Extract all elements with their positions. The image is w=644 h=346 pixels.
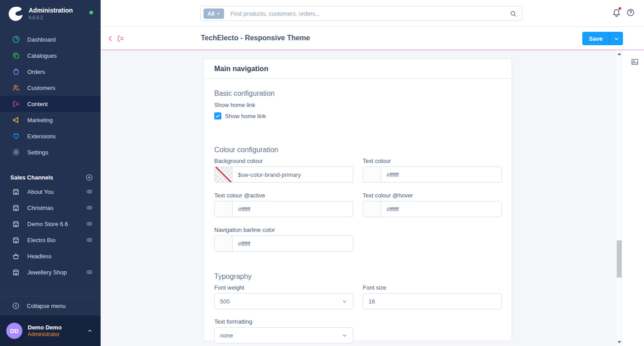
eye-icon[interactable]	[86, 269, 93, 276]
vertical-scrollbar[interactable]	[616, 50, 622, 346]
card-body: Basic configuration Show home link Show …	[204, 90, 512, 343]
chevron-down-icon	[342, 299, 347, 304]
sales-channel-demo-store[interactable]: Demo Store 6.6	[0, 216, 101, 232]
show-home-link-checkbox-label: Show home link	[225, 113, 266, 120]
media-sidebar-rail	[622, 50, 644, 346]
back-button[interactable]	[106, 34, 114, 43]
scrollbar-down-arrow[interactable]	[618, 341, 621, 343]
section-title-colour: Colour configuration	[214, 146, 502, 154]
sales-channel-christmas[interactable]: Christmas	[0, 200, 101, 216]
scrollbar-up-arrow[interactable]	[618, 53, 621, 55]
sales-channel-headless[interactable]: Headless	[0, 248, 101, 264]
top-header: All	[101, 0, 644, 27]
sales-channel-label: Christmas	[27, 205, 86, 211]
marketing-icon	[12, 116, 20, 124]
add-sales-channel-icon[interactable]	[85, 174, 93, 181]
search-icon[interactable]	[509, 10, 517, 17]
help-icon[interactable]	[626, 8, 635, 17]
scrollbar-thumb[interactable]	[617, 240, 622, 278]
show-home-link-checkbox[interactable]	[214, 112, 221, 120]
font-size-field-group: Font size	[363, 284, 502, 309]
font-weight-select[interactable]: 500	[214, 293, 353, 309]
card-title: Main navigation	[214, 65, 268, 73]
smartbar: TechElecto - Responsive Theme Save	[101, 27, 644, 50]
sales-channel-label: Electro Bio	[27, 237, 86, 243]
sales-channel-about-you[interactable]: About You	[0, 184, 101, 200]
collapse-menu-button[interactable]: Collapse menu	[0, 296, 101, 316]
sidebar-item-dashboard[interactable]: Dashboard	[0, 31, 101, 47]
sidebar-item-orders[interactable]: Orders	[0, 64, 101, 80]
text-formatting-select[interactable]: none	[214, 327, 353, 343]
font-size-input[interactable]	[363, 293, 502, 309]
navigation-barline-field-group: Navigation barline color	[214, 226, 353, 252]
colorpicker-swatch[interactable]	[363, 201, 381, 217]
sidebar: Administration 6.6.0.2 Dashboard Catalog…	[0, 0, 101, 346]
sales-channel-jewellery-shop[interactable]: Jewellery Shop	[0, 264, 101, 280]
sidebar-item-label: Dashboard	[27, 36, 56, 43]
media-image-icon[interactable]	[631, 58, 639, 66]
content-area: Main navigation Basic configuration Show…	[101, 50, 616, 346]
storefront-icon	[12, 188, 20, 196]
font-size-label: Font size	[363, 284, 502, 291]
sidebar-item-content[interactable]: Content	[0, 96, 101, 112]
user-role: Administrator	[28, 331, 87, 338]
sales-channel-label: Headless	[27, 253, 93, 260]
orders-icon	[12, 68, 20, 76]
sales-channel-label: Jewellery Shop	[27, 269, 86, 276]
show-home-link-row: Show home link	[214, 112, 502, 120]
colorpicker-swatch[interactable]	[215, 167, 233, 182]
sales-channels-list: About You Christmas Demo Store 6.6 Elect…	[0, 184, 101, 280]
storefront-icon	[12, 269, 20, 276]
user-menu[interactable]: DD Demo Demo Administrator	[0, 316, 101, 346]
font-weight-label: Font weight	[214, 284, 353, 291]
eye-icon[interactable]	[86, 236, 93, 243]
show-home-link-label: Show home link	[214, 102, 502, 108]
text-colour-hover-input[interactable]	[381, 201, 501, 217]
sidebar-item-extensions[interactable]: Extensions	[0, 128, 101, 144]
eye-icon[interactable]	[86, 188, 93, 195]
sidebar-item-marketing[interactable]: Marketing	[0, 112, 101, 128]
text-colour-hover-field-group: Text colour @hover	[363, 192, 502, 217]
sidebar-item-settings[interactable]: Settings	[0, 144, 101, 160]
collapse-menu-label: Collapse menu	[27, 303, 66, 309]
sidebar-item-label: Marketing	[27, 117, 53, 124]
sales-channel-electro-bio[interactable]: Electro Bio	[0, 232, 101, 248]
main-navigation: Dashboard Catalogues Orders Customers Co…	[0, 31, 101, 160]
save-options-chevron[interactable]	[609, 32, 623, 45]
search-input[interactable]	[230, 6, 499, 21]
eye-icon[interactable]	[86, 204, 93, 211]
text-colour-active-field-group: Text colour @active	[214, 192, 353, 217]
sidebar-item-catalogues[interactable]: Catalogues	[0, 47, 101, 64]
font-weight-value: 500	[220, 298, 342, 305]
sidebar-item-customers[interactable]: Customers	[0, 80, 101, 96]
colorpicker-swatch[interactable]	[215, 201, 233, 217]
colorpicker-swatch[interactable]	[215, 236, 233, 251]
sidebar-item-label: Extensions	[27, 133, 56, 140]
storefront-icon	[12, 220, 20, 228]
text-formatting-label: Text formatting	[214, 318, 353, 325]
section-title-basic: Basic configuration	[214, 90, 502, 98]
sidebar-header: Administration 6.6.0.2	[0, 0, 101, 29]
text-colour-input[interactable]	[381, 167, 501, 182]
chevron-up-icon	[87, 328, 93, 334]
text-colour-active-input[interactable]	[233, 201, 353, 217]
background-colour-input[interactable]	[233, 167, 353, 182]
text-colour-field-group: Text colour	[363, 158, 502, 183]
search-filter-dropdown[interactable]: All	[203, 9, 224, 19]
text-colour-active-label: Text colour @active	[214, 192, 353, 199]
app-version: 6.6.0.2	[29, 15, 73, 20]
text-colour-active-field	[214, 201, 353, 217]
colorpicker-swatch[interactable]	[363, 167, 381, 182]
user-name: Demo Demo	[28, 324, 87, 331]
basket-icon	[12, 252, 20, 260]
section-title-typography: Typography	[214, 273, 502, 281]
navigation-barline-input[interactable]	[233, 236, 353, 251]
avatar: DD	[6, 323, 22, 339]
shopware-logo-icon	[7, 5, 24, 22]
typography-row-2: Text formatting none	[214, 318, 502, 343]
eye-icon[interactable]	[86, 220, 93, 227]
header-actions	[612, 8, 635, 17]
colour-row-3: Navigation barline color	[214, 226, 502, 252]
notifications-bell-icon[interactable]	[612, 8, 621, 17]
save-button[interactable]: Save	[582, 32, 609, 45]
